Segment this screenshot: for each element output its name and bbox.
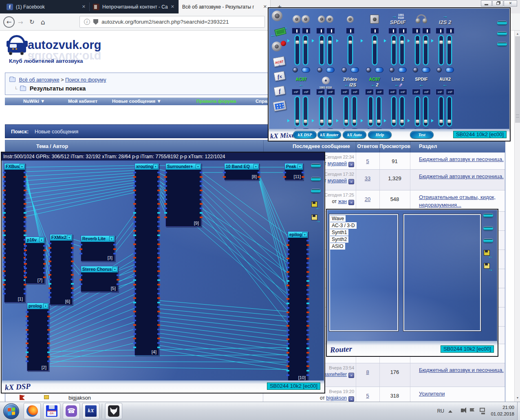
output-pin[interactable]	[24, 194, 26, 196]
input-pin[interactable]	[286, 361, 289, 363]
output-pin[interactable]	[306, 361, 309, 363]
load-preset-icon[interactable]: →	[311, 214, 322, 224]
output-pin[interactable]	[306, 271, 309, 273]
output-pin[interactable]	[43, 254, 46, 256]
input-pin[interactable]	[133, 239, 136, 241]
section-link[interactable]: Бюджетный автозвук и песочница.	[419, 172, 504, 180]
input-pin[interactable]	[48, 287, 51, 289]
input-pin[interactable]	[286, 244, 289, 246]
slider-thumb[interactable]	[424, 119, 427, 123]
input-pin[interactable]	[24, 267, 27, 269]
output-pin[interactable]	[47, 347, 50, 349]
input-pin[interactable]	[48, 274, 51, 276]
block-collapse-button[interactable]: ▲	[297, 164, 302, 169]
input-pin[interactable]	[133, 243, 136, 245]
dsp-block-peak[interactable]: Peak▲[11]	[284, 163, 303, 180]
record-monitor-icon[interactable]	[272, 42, 288, 55]
input-pin[interactable]	[133, 248, 136, 250]
output-pin[interactable]	[157, 199, 160, 200]
volume-slider[interactable]	[344, 96, 349, 126]
output-pin[interactable]	[157, 172, 160, 173]
input-pin[interactable]	[133, 297, 136, 299]
input-pin[interactable]	[286, 312, 289, 313]
input-pin[interactable]	[3, 172, 6, 173]
input-pin[interactable]	[133, 342, 136, 344]
input-pin[interactable]	[3, 239, 6, 241]
output-pin[interactable]	[24, 190, 26, 191]
output-pin[interactable]	[200, 172, 203, 173]
output-pin[interactable]	[157, 208, 160, 209]
mixer-window-pill-3[interactable]	[497, 42, 507, 46]
output-pin[interactable]	[71, 296, 74, 298]
input-pin[interactable]	[3, 248, 6, 250]
router-window-pill-2[interactable]	[483, 227, 493, 230]
input-pin[interactable]	[3, 266, 6, 267]
output-pin[interactable]	[157, 190, 160, 191]
output-pin[interactable]	[157, 270, 160, 272]
dsp-block-reverb-lite[interactable]: Reverb Lite▲[3]	[81, 235, 115, 261]
mute-led[interactable]	[413, 67, 418, 73]
input-pin[interactable]	[286, 307, 289, 309]
volume-slider[interactable]	[415, 35, 420, 65]
input-pin[interactable]	[3, 234, 6, 236]
input-pin[interactable]	[24, 276, 27, 278]
volume-slider[interactable]	[391, 35, 397, 65]
output-pin[interactable]	[24, 208, 26, 209]
input-pin[interactable]	[133, 347, 136, 348]
input-pin[interactable]	[133, 338, 136, 339]
mixer-button-kx-dsp[interactable]: kX DSP	[293, 131, 317, 139]
input-pin[interactable]	[133, 288, 136, 290]
output-pin[interactable]	[157, 239, 160, 241]
output-pin[interactable]	[24, 221, 26, 223]
input-pin[interactable]	[3, 225, 6, 227]
output-pin[interactable]	[157, 302, 160, 303]
input-pin[interactable]	[48, 296, 51, 298]
input-pin[interactable]	[3, 217, 6, 218]
input-pin[interactable]	[133, 203, 136, 205]
output-pin[interactable]	[157, 333, 160, 335]
slider-thumb[interactable]	[328, 119, 332, 123]
volume-slider[interactable]	[295, 96, 300, 126]
output-pin[interactable]	[157, 217, 160, 218]
input-pin[interactable]	[3, 185, 6, 187]
input-pin[interactable]	[164, 212, 167, 214]
output-pin[interactable]	[306, 262, 309, 264]
speaker-icon[interactable]	[272, 11, 288, 24]
volume-slider[interactable]	[303, 96, 308, 126]
slider-thumb[interactable]	[392, 119, 396, 123]
slider-thumb[interactable]	[348, 40, 352, 44]
output-pin[interactable]	[157, 324, 160, 326]
replies-link[interactable]: 33	[365, 175, 370, 181]
router-device-synth1[interactable]: Synth1	[330, 229, 348, 236]
restore-button[interactable]	[492, 0, 503, 7]
output-pin[interactable]	[200, 217, 203, 218]
dsp-window-pill-1[interactable]	[311, 164, 321, 168]
slider-thumb[interactable]	[344, 119, 348, 123]
input-pin[interactable]	[133, 284, 136, 285]
input-pin[interactable]	[3, 243, 6, 245]
input-pin[interactable]	[133, 217, 136, 218]
output-pin[interactable]	[306, 329, 309, 331]
output-pin[interactable]	[113, 248, 116, 250]
tracking-shield-icon[interactable]	[93, 19, 98, 25]
output-pin[interactable]	[43, 250, 46, 251]
input-pin[interactable]	[133, 234, 136, 236]
input-pin[interactable]	[286, 289, 289, 291]
input-pin[interactable]	[164, 176, 167, 178]
output-pin[interactable]	[71, 274, 74, 276]
author-link[interactable]: жан	[338, 199, 347, 204]
back-button[interactable]: ←	[3, 16, 15, 28]
slider-thumb[interactable]	[400, 119, 404, 123]
dsp-block-surrounder-[interactable]: Surrounder+▲[9]	[165, 163, 201, 227]
input-pin[interactable]	[133, 324, 136, 326]
volume-slider[interactable]	[303, 35, 308, 65]
nav-item-1[interactable]: NuWiki ▼	[23, 99, 45, 104]
input-pin[interactable]	[79, 244, 82, 245]
input-pin[interactable]	[3, 190, 6, 191]
nav-item-4[interactable]: Правила форума	[196, 99, 236, 104]
output-pin[interactable]	[24, 185, 26, 187]
output-pin[interactable]	[71, 261, 74, 262]
input-pin[interactable]	[133, 293, 136, 294]
section-link[interactable]: Бюджетный автозвук и песочница.	[419, 366, 504, 374]
dsp-block-stereo-chorus[interactable]: Stereo Chorus▲[5]	[81, 266, 118, 292]
